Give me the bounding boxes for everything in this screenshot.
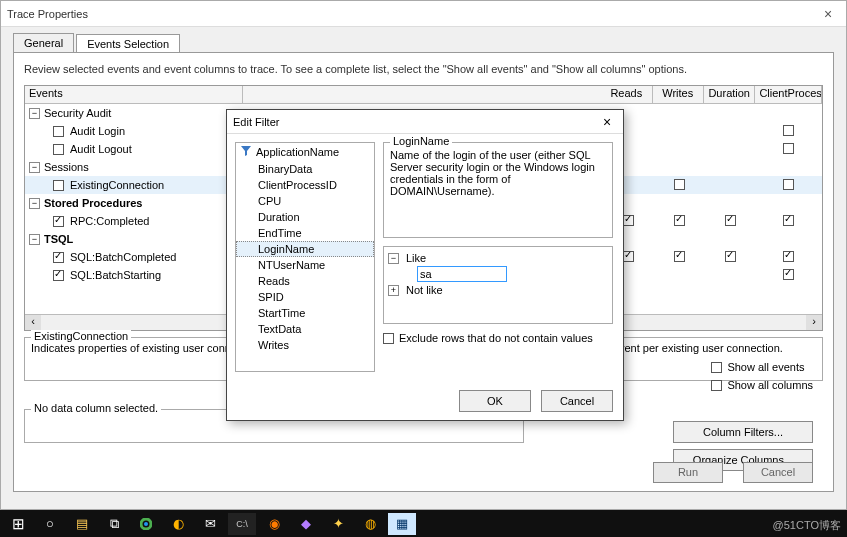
event-label: Audit Logout [70,143,132,155]
cell-checkbox[interactable] [783,143,794,154]
column-list-item[interactable]: ApplicationName [236,143,374,161]
mail-icon[interactable]: ✉ [196,513,224,535]
column-list-item[interactable]: SPID [236,289,374,305]
event-checkbox[interactable] [53,180,64,191]
collapse-icon[interactable]: − [29,198,40,209]
scroll-left-icon[interactable]: ‹ [25,315,41,330]
column-list-label: NTUserName [258,259,325,271]
event-description-title: ExistingConnection [31,330,131,342]
collapse-icon[interactable]: − [29,162,40,173]
group-label: Sessions [44,161,89,173]
column-list-item[interactable]: Duration [236,209,374,225]
column-list-item[interactable]: EndTime [236,225,374,241]
start-icon[interactable] [4,513,32,535]
app-icon[interactable]: ◐ [164,513,192,535]
column-list-item[interactable]: Reads [236,273,374,289]
cell-checkbox[interactable] [783,125,794,136]
column-list-label: LoginName [258,243,314,255]
event-checkbox[interactable] [53,126,64,137]
exclude-label: Exclude rows that do not contain values [399,332,593,344]
filter-tree[interactable]: − Like + Not like [383,246,613,324]
cell-checkbox[interactable] [674,215,685,226]
group-label: Stored Procedures [44,197,142,209]
store-icon[interactable]: ⧉ [100,513,128,535]
column-description-box: LoginName Name of the login of the user … [383,142,613,238]
explorer-icon[interactable]: ▤ [68,513,96,535]
column-list-label: BinaryData [258,163,312,175]
dialog-cancel-button[interactable]: Cancel [541,390,613,412]
cancel-button[interactable]: Cancel [743,462,813,483]
terminal-icon[interactable]: C:\ [228,513,256,535]
tree-notlike-node[interactable]: Not like [406,284,443,296]
column-list-item[interactable]: StartTime [236,305,374,321]
col-header-duration[interactable]: Duration [704,86,755,103]
cell-checkbox[interactable] [783,215,794,226]
chrome-icon[interactable] [132,513,160,535]
ok-button[interactable]: OK [459,390,531,412]
checkbox-icon[interactable] [711,362,722,373]
event-checkbox[interactable] [53,216,64,227]
watermark-text: @51CTO博客 [773,518,841,533]
search-icon[interactable]: ○ [36,513,64,535]
tab-general[interactable]: General [13,33,74,52]
column-list-item[interactable]: BinaryData [236,161,374,177]
exclude-checkbox[interactable] [383,333,394,344]
column-list-item[interactable]: CPU [236,193,374,209]
column-list-label: EndTime [258,227,302,239]
col-header-clientprocess[interactable]: ClientProcess [755,86,822,103]
col-header-writes[interactable]: Writes [653,86,704,103]
cell-checkbox[interactable] [674,251,685,262]
expand-icon[interactable]: + [388,285,399,296]
firefox-icon[interactable]: ◉ [260,513,288,535]
cell-checkbox[interactable] [783,179,794,190]
event-checkbox[interactable] [53,252,64,263]
dialog-close-icon[interactable]: × [597,114,617,130]
column-list-item[interactable]: NTUserName [236,257,374,273]
media-icon[interactable]: ◍ [356,513,384,535]
column-list-item[interactable]: ClientProcessID [236,177,374,193]
col-header-events[interactable]: Events [25,86,243,103]
close-icon[interactable]: × [816,6,840,22]
column-list-label: Writes [258,339,289,351]
column-list-item[interactable]: TextData [236,321,374,337]
event-label: RPC:Completed [70,215,149,227]
svg-point-1 [144,522,148,526]
show-all-columns-checkbox[interactable]: Show all columns [711,379,813,391]
checkbox-icon[interactable] [711,380,722,391]
cell-checkbox[interactable] [623,251,634,262]
column-list-label: Reads [258,275,290,287]
col-header-reads[interactable]: Reads [601,86,652,103]
show-all-events-label: Show all events [727,361,804,373]
visualstudio-icon[interactable]: ◆ [292,513,320,535]
column-filters-button[interactable]: Column Filters... [673,421,813,443]
tool-icon[interactable]: ✦ [324,513,352,535]
event-checkbox[interactable] [53,144,64,155]
tab-events-selection[interactable]: Events Selection [76,34,180,53]
column-description-body: Name of the login of the user (either SQ… [390,149,606,197]
cell-checkbox[interactable] [725,215,736,226]
show-all-events-checkbox[interactable]: Show all events [711,361,813,373]
event-checkbox[interactable] [53,270,64,281]
filter-value-input[interactable] [417,266,507,282]
funnel-icon [240,145,252,159]
intro-text: Review selected events and event columns… [24,63,823,75]
collapse-icon[interactable]: − [29,234,40,245]
cell-checkbox[interactable] [623,215,634,226]
cell-checkbox[interactable] [674,179,685,190]
cell-checkbox[interactable] [783,269,794,280]
column-list-item[interactable]: LoginName [236,241,374,257]
tree-like-node[interactable]: Like [406,252,426,264]
cell-checkbox[interactable] [725,251,736,262]
cell-checkbox[interactable] [783,251,794,262]
column-list[interactable]: ApplicationNameBinaryDataClientProcessID… [235,142,375,372]
run-button[interactable]: Run [653,462,723,483]
taskbar[interactable]: ○ ▤ ⧉ ◐ ✉ C:\ ◉ ◆ ✦ ◍ ▦ [0,510,847,537]
window-title: Trace Properties [7,8,88,20]
column-list-item[interactable]: Writes [236,337,374,353]
profiler-icon[interactable]: ▦ [388,513,416,535]
collapse-icon[interactable]: − [388,253,399,264]
dialog-title: Edit Filter [233,116,279,128]
collapse-icon[interactable]: − [29,108,40,119]
column-list-label: TextData [258,323,301,335]
scroll-right-icon[interactable]: › [806,315,822,330]
